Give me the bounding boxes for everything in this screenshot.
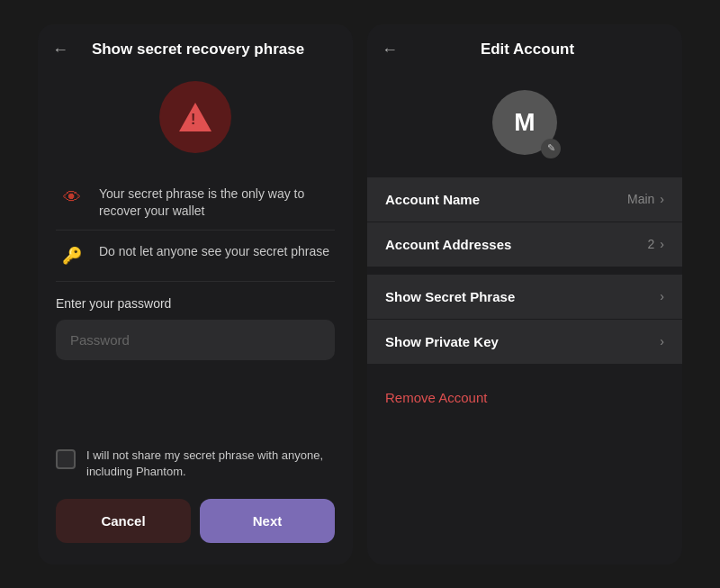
password-section: Enter your password [56, 296, 335, 360]
show-private-key-menu-item[interactable]: Show Private Key › [367, 320, 682, 365]
right-header: ← Edit Account [367, 24, 682, 72]
left-back-button[interactable]: ← [52, 41, 68, 59]
remove-account-label: Remove Account [385, 390, 487, 405]
spacer [56, 360, 335, 437]
show-private-key-chevron-icon: › [660, 334, 664, 348]
password-input[interactable] [56, 320, 335, 360]
checkbox-row: I will not share my secret phrase with a… [56, 437, 335, 498]
account-addresses-chevron-icon: › [660, 237, 664, 251]
show-secret-phrase-right: › [660, 289, 664, 303]
main-container: ← Show secret recovery phrase 👁 Your sec… [27, 14, 693, 575]
avatar-section: M ✎ [367, 72, 682, 176]
password-label: Enter your password [56, 296, 335, 311]
right-back-button[interactable]: ← [382, 41, 398, 59]
avatar-wrapper: M ✎ [492, 90, 557, 155]
info-row-2: 🔑 Do not let anyone see your secret phra… [56, 231, 335, 282]
agreement-checkbox[interactable] [56, 449, 76, 469]
warning-circle-icon [159, 81, 231, 153]
eye-icon: 👁 [56, 182, 88, 214]
left-panel: ← Show secret recovery phrase 👁 Your sec… [38, 24, 353, 565]
warning-triangle-icon [179, 103, 212, 131]
left-content: 👁 Your secret phrase is the only way to … [38, 72, 353, 499]
remove-account-menu-item[interactable]: Remove Account [367, 372, 682, 424]
cancel-button[interactable]: Cancel [56, 499, 191, 543]
left-panel-title: Show secret recovery phrase [79, 41, 338, 59]
next-button[interactable]: Next [200, 499, 335, 543]
info-text-2: Do not let anyone see your secret phrase [99, 240, 329, 261]
account-name-label: Account Name [385, 192, 480, 207]
menu-separator [367, 267, 682, 275]
account-addresses-value: 2 [648, 237, 655, 251]
show-private-key-right: › [660, 334, 664, 348]
account-addresses-label: Account Addresses [385, 237, 511, 252]
right-panel: ← Edit Account M ✎ Account Name Main › A… [367, 24, 682, 565]
right-panel-title: Edit Account [409, 41, 668, 59]
menu-list: Account Name Main › Account Addresses 2 … [367, 176, 682, 424]
show-private-key-label: Show Private Key [385, 334, 499, 349]
info-text-1: Your secret phrase is the only way to re… [99, 182, 335, 221]
key-icon: 🔑 [56, 240, 88, 272]
footer-buttons: Cancel Next [38, 499, 353, 565]
show-secret-phrase-menu-item[interactable]: Show Secret Phrase › [367, 275, 682, 320]
show-secret-phrase-chevron-icon: › [660, 289, 664, 303]
account-name-value: Main [627, 192, 654, 206]
menu-separator-2 [367, 365, 682, 372]
account-addresses-right: 2 › [648, 237, 664, 251]
left-header: ← Show secret recovery phrase [38, 24, 353, 72]
info-row-1: 👁 Your secret phrase is the only way to … [56, 173, 335, 231]
account-name-chevron-icon: › [660, 192, 664, 206]
avatar-edit-button[interactable]: ✎ [541, 139, 561, 158]
account-addresses-menu-item[interactable]: Account Addresses 2 › [367, 222, 682, 267]
checkbox-label: I will not share my secret phrase with a… [86, 448, 335, 480]
account-name-right: Main › [627, 192, 664, 206]
show-secret-phrase-label: Show Secret Phrase [385, 289, 515, 304]
account-name-menu-item[interactable]: Account Name Main › [367, 176, 682, 222]
